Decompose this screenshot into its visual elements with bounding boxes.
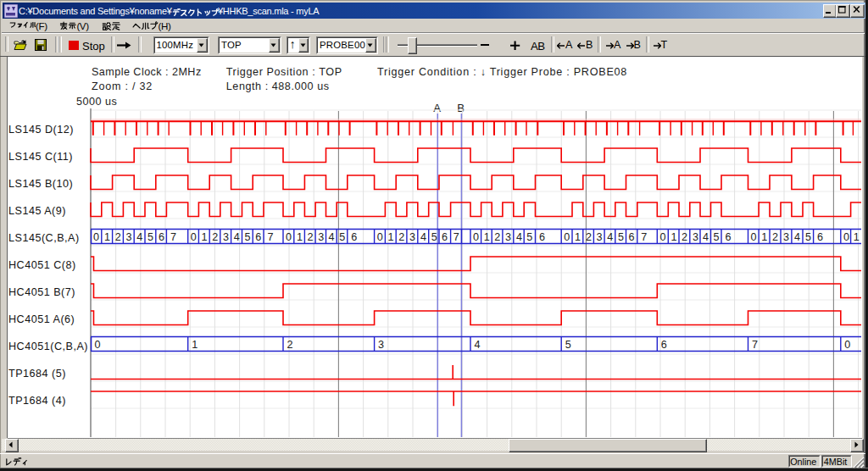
svg-text:5: 5 — [431, 231, 437, 243]
svg-text:2: 2 — [212, 231, 218, 243]
svg-text:0: 0 — [843, 231, 849, 243]
svg-text:2: 2 — [287, 339, 293, 351]
svg-text:1: 1 — [761, 231, 767, 243]
svg-text:HC4051 A(6): HC4051 A(6) — [8, 313, 75, 325]
svg-text:6: 6 — [255, 231, 261, 243]
svg-text:3: 3 — [693, 231, 698, 243]
svg-text:6: 6 — [629, 231, 635, 243]
svg-text:0: 0 — [751, 231, 757, 243]
svg-text:4: 4 — [475, 339, 481, 351]
svg-text:HC4051 B(7): HC4051 B(7) — [8, 286, 75, 298]
svg-text:LS145(C,B,A): LS145(C,B,A) — [8, 232, 80, 244]
svg-text:4: 4 — [516, 231, 522, 243]
svg-text:LS145 A(9): LS145 A(9) — [8, 205, 66, 217]
svg-text:5: 5 — [714, 231, 720, 243]
svg-text:Zoom : / 32: Zoom : / 32 — [92, 80, 153, 92]
svg-text:4: 4 — [420, 231, 426, 243]
svg-text:6: 6 — [539, 231, 545, 243]
svg-text:Trigger Condition : ↓ Trigger: Trigger Condition : ↓ Trigger Probe : PR… — [377, 66, 627, 78]
svg-text:0: 0 — [659, 231, 665, 243]
svg-text:1: 1 — [387, 231, 393, 243]
svg-text:5: 5 — [565, 339, 571, 351]
svg-text:4: 4 — [794, 231, 800, 243]
svg-text:2: 2 — [115, 231, 121, 243]
svg-text:5: 5 — [339, 231, 345, 243]
svg-text:0: 0 — [286, 231, 292, 243]
svg-text:6: 6 — [661, 339, 667, 351]
svg-text:6: 6 — [817, 231, 823, 243]
svg-text:1: 1 — [104, 231, 110, 243]
svg-text:1: 1 — [484, 231, 490, 243]
svg-text:1: 1 — [192, 339, 198, 351]
svg-text:Sample Clock : 2MHz: Sample Clock : 2MHz — [92, 66, 202, 78]
svg-text:5: 5 — [805, 231, 811, 243]
svg-text:0: 0 — [93, 231, 99, 243]
svg-text:4: 4 — [329, 231, 335, 243]
svg-text:1: 1 — [297, 231, 303, 243]
svg-text:Trigger Position : TOP: Trigger Position : TOP — [226, 66, 342, 78]
svg-text:1: 1 — [575, 231, 581, 243]
svg-text:TP1684 (5): TP1684 (5) — [8, 368, 66, 380]
svg-text:LS145 C(11): LS145 C(11) — [8, 151, 73, 163]
svg-text:3: 3 — [596, 231, 602, 243]
svg-text:4: 4 — [703, 231, 709, 243]
svg-text:3: 3 — [505, 231, 511, 243]
svg-text:3: 3 — [378, 339, 384, 351]
svg-text:7: 7 — [641, 231, 647, 243]
svg-text:B: B — [457, 102, 465, 114]
svg-text:0: 0 — [95, 339, 101, 351]
svg-text:5: 5 — [526, 231, 532, 243]
svg-text:5: 5 — [245, 231, 251, 243]
svg-text:5000 us: 5000 us — [76, 96, 117, 108]
svg-text:6: 6 — [351, 231, 357, 243]
svg-text:2: 2 — [494, 231, 500, 243]
svg-text:TP1684 (4): TP1684 (4) — [8, 395, 66, 407]
svg-text:7: 7 — [752, 339, 758, 351]
svg-text:7: 7 — [453, 231, 459, 243]
svg-text:5: 5 — [147, 231, 153, 243]
svg-text:6: 6 — [159, 231, 164, 243]
svg-text:1: 1 — [854, 231, 860, 243]
svg-text:2: 2 — [772, 231, 778, 243]
svg-text:2: 2 — [398, 231, 404, 243]
svg-text:LS145 B(10): LS145 B(10) — [8, 178, 73, 190]
svg-text:3: 3 — [409, 231, 415, 243]
svg-text:3: 3 — [125, 231, 131, 243]
svg-text:4: 4 — [607, 231, 613, 243]
svg-text:2: 2 — [682, 231, 687, 243]
svg-text:0: 0 — [844, 339, 850, 351]
svg-text:2: 2 — [586, 231, 592, 243]
svg-text:6: 6 — [725, 231, 731, 243]
svg-text:HC4051(C,B,A): HC4051(C,B,A) — [8, 341, 88, 352]
svg-text:3: 3 — [783, 231, 789, 243]
svg-text:3: 3 — [223, 231, 229, 243]
svg-text:5: 5 — [618, 231, 624, 243]
svg-text:LS145 D(12): LS145 D(12) — [8, 124, 74, 136]
svg-text:HC4051 C(8): HC4051 C(8) — [8, 259, 76, 271]
svg-text:Length : 488.000 us: Length : 488.000 us — [226, 80, 330, 92]
svg-text:0: 0 — [473, 231, 479, 243]
svg-text:4: 4 — [234, 231, 240, 243]
svg-text:0: 0 — [191, 231, 197, 243]
svg-text:0: 0 — [564, 231, 570, 243]
svg-text:1: 1 — [670, 231, 676, 243]
svg-text:7: 7 — [170, 231, 176, 243]
svg-text:0: 0 — [377, 231, 383, 243]
svg-text:6: 6 — [442, 231, 448, 243]
svg-text:7: 7 — [267, 231, 273, 243]
svg-text:1: 1 — [201, 231, 207, 243]
svg-text:2: 2 — [307, 231, 313, 243]
svg-text:4: 4 — [136, 231, 142, 243]
svg-text:3: 3 — [318, 231, 324, 243]
